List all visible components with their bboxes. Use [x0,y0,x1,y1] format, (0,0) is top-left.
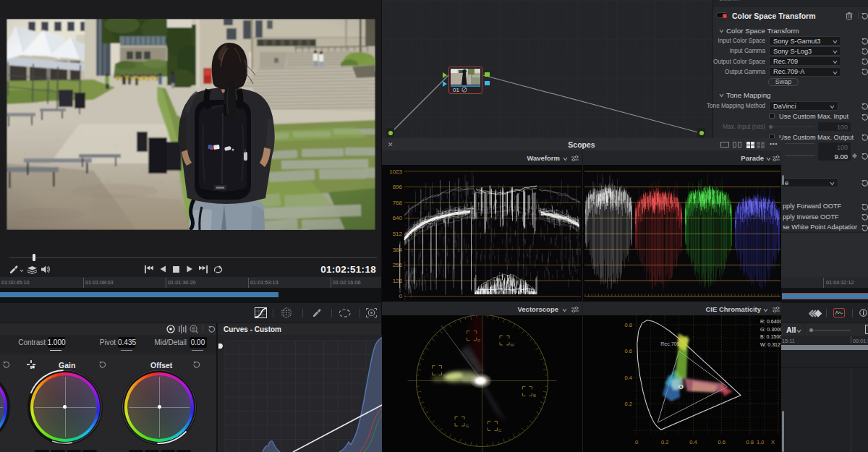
svg-text:1023: 1023 [389,169,402,175]
svg-text:0.8: 0.8 [625,322,632,328]
svg-text:0.4: 0.4 [689,439,697,445]
svg-text:128: 128 [393,278,403,284]
svg-text:G: G [466,424,469,428]
svg-text:Rec.709: Rec.709 [660,341,679,346]
svg-text:0.8: 0.8 [746,439,754,445]
svg-text:512: 512 [393,231,403,237]
svg-text:R: 0.6400, 0: R: 0.6400, 0 [760,319,781,324]
svg-text:0.4: 0.4 [625,375,632,381]
svg-text:B: 0.1500, 0: B: 0.1500, 0 [760,334,781,339]
svg-text:0: 0 [635,439,638,445]
svg-text:1.0: 1.0 [757,439,764,445]
svg-text:0.2: 0.2 [625,401,632,407]
svg-text:768: 768 [393,200,403,206]
svg-text:M: M [511,343,514,347]
svg-text:256: 256 [393,262,403,268]
svg-text:X: X [771,439,775,445]
svg-text:C: C [498,428,502,432]
svg-text:896: 896 [393,184,403,190]
svg-text:B: B [533,393,536,398]
svg-text:0.6: 0.6 [625,348,632,354]
svg-text:0: 0 [399,293,403,299]
svg-text:G: 0.3000, 0: G: 0.3000, 0 [760,327,781,332]
svg-text:0.6: 0.6 [718,439,725,445]
svg-text:384: 384 [393,247,403,253]
svg-text:640: 640 [393,215,403,221]
svg-text:W: 0.3127, 0: W: 0.3127, 0 [760,342,781,347]
svg-text:0.2: 0.2 [661,439,668,445]
